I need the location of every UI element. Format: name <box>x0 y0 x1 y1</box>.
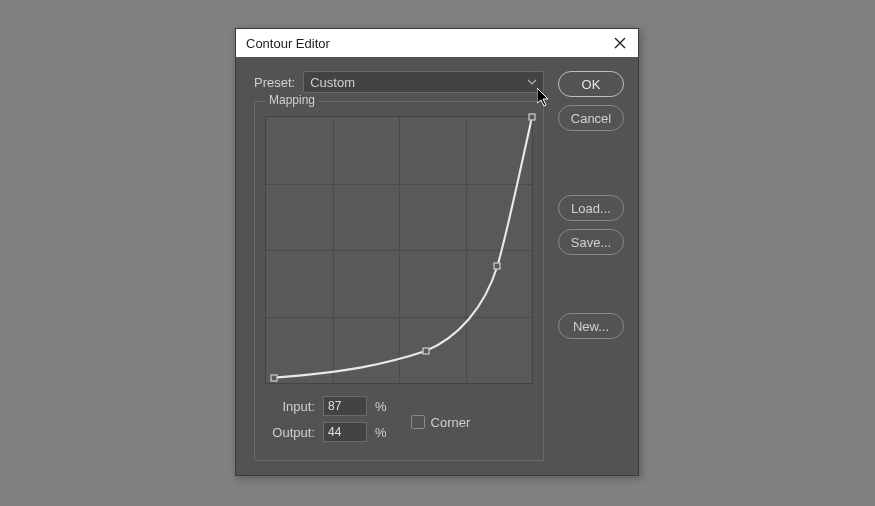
percent-symbol: % <box>375 425 387 440</box>
curve-handle[interactable] <box>494 262 501 269</box>
preset-value: Custom <box>310 75 355 90</box>
close-icon <box>614 37 626 49</box>
preset-dropdown[interactable]: Custom <box>303 71 544 93</box>
mapping-fieldset: Mapping <box>254 101 544 461</box>
corner-label: Corner <box>431 415 471 430</box>
percent-symbol: % <box>375 399 387 414</box>
curve-handle[interactable] <box>270 374 277 381</box>
curve-editor[interactable] <box>265 116 533 384</box>
output-field[interactable] <box>323 422 367 442</box>
input-label: Input: <box>265 399 315 414</box>
output-label: Output: <box>265 425 315 440</box>
curve-handle[interactable] <box>422 348 429 355</box>
contour-editor-dialog: Contour Editor Preset: Custom Mapping <box>235 28 639 476</box>
curve-handle[interactable] <box>529 114 536 121</box>
preset-label: Preset: <box>254 75 295 90</box>
input-field[interactable] <box>323 396 367 416</box>
titlebar[interactable]: Contour Editor <box>236 29 638 57</box>
load-button[interactable]: Load... <box>558 195 624 221</box>
chevron-down-icon <box>527 77 537 87</box>
mapping-legend: Mapping <box>265 93 319 107</box>
dialog-title: Contour Editor <box>246 36 330 51</box>
curve-path <box>266 117 532 383</box>
cancel-button[interactable]: Cancel <box>558 105 624 131</box>
new-button[interactable]: New... <box>558 313 624 339</box>
ok-button[interactable]: OK <box>558 71 624 97</box>
save-button[interactable]: Save... <box>558 229 624 255</box>
corner-checkbox[interactable] <box>411 415 425 429</box>
close-button[interactable] <box>610 33 630 53</box>
